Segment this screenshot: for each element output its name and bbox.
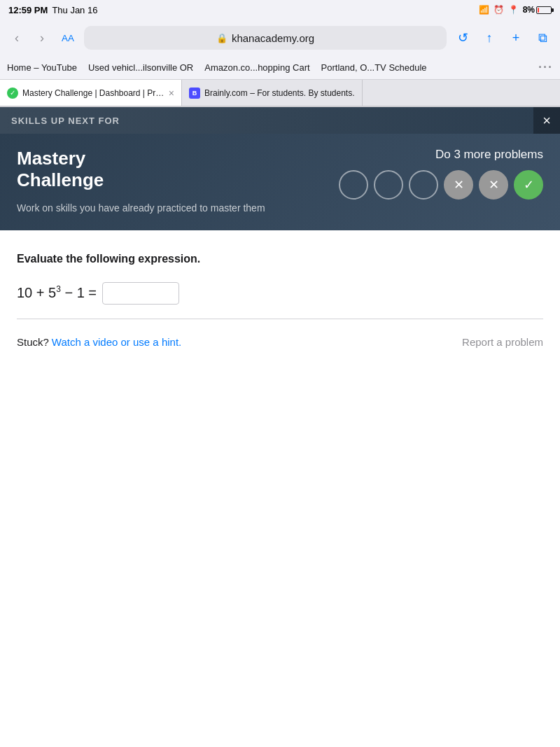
hint-row: Stuck? Watch a video or use a hint. Repo… — [17, 333, 543, 351]
hint-link[interactable]: Watch a video or use a hint. — [52, 336, 181, 348]
alarm-icon: ⏰ — [493, 5, 504, 15]
tabs-bar: ✓ Mastery Challenge | Dashboard | Pre-al… — [0, 80, 560, 106]
progress-circle-2 — [374, 170, 403, 200]
bookmark-portland[interactable]: Portland, O...TV Schedule — [321, 62, 427, 73]
tab-brainly[interactable]: B Brainly.com – For students. By student… — [182, 80, 363, 106]
bookmark-home-youtube[interactable]: Home – YouTube — [7, 62, 77, 73]
add-tab-button[interactable]: + — [505, 27, 526, 48]
wifi-icon: 📶 — [479, 5, 489, 15]
browser-chrome: ‹ › AA 🔒 khanacademy.org ↺ ↑ + ⧉ Home – … — [0, 20, 560, 107]
status-icons: 📶 ⏰ 📍 8% — [479, 5, 552, 15]
tab-title-brainly: Brainly.com – For students. By students. — [204, 88, 355, 98]
tab-favicon-brainly: B — [189, 88, 200, 99]
math-expression: 10 + 53 − 1 = — [17, 282, 543, 305]
status-bar: 12:59 PM Thu Jan 16 📶 ⏰ 📍 8% — [0, 0, 560, 20]
battery-percent: 8% — [523, 5, 535, 15]
brainly-favicon-icon: B — [189, 88, 200, 99]
stuck-label: Stuck? — [17, 336, 49, 348]
bookmark-amazon[interactable]: Amazon.co...hopping Cart — [204, 62, 309, 73]
progress-circle-3 — [409, 170, 438, 200]
back-button[interactable]: ‹ — [7, 28, 27, 48]
url-text: khanacademy.org — [232, 32, 314, 44]
address-bar[interactable]: 🔒 khanacademy.org — [84, 26, 447, 50]
mastery-challenge-header: MasteryChallenge Work on skills you have… — [0, 134, 560, 230]
progress-circle-5: ✕ — [479, 170, 508, 200]
battery-bar — [536, 6, 552, 14]
location-icon: 📍 — [508, 5, 519, 15]
question-instruction: Evaluate the following expression. — [17, 253, 543, 265]
do-more-label: Do 3 more problems — [435, 148, 543, 162]
math-answer-input[interactable] — [102, 282, 179, 305]
reload-button[interactable]: ↺ — [452, 27, 473, 48]
progress-circle-4: ✕ — [444, 170, 473, 200]
battery-fill — [538, 8, 539, 13]
status-time: 12:59 PM — [8, 5, 48, 15]
tab-favicon-khan: ✓ — [7, 88, 18, 99]
khan-favicon-icon: ✓ — [7, 88, 18, 99]
bookmark-used-vehicles[interactable]: Used vehicl...ilsonville OR — [88, 62, 193, 73]
tab-title-khan: Mastery Challenge | Dashboard | Pre-alge… — [22, 88, 164, 98]
tab-khan-academy[interactable]: ✓ Mastery Challenge | Dashboard | Pre-al… — [0, 80, 182, 106]
bookmarks-bar: Home – YouTube Used vehicl...ilsonville … — [0, 56, 560, 80]
status-date: Thu Jan 16 — [52, 5, 97, 15]
divider — [17, 319, 543, 319]
progress-circles: ✕ ✕ ✓ — [339, 170, 543, 200]
battery-indicator: 8% — [523, 5, 552, 15]
progress-circle-6: ✓ — [514, 170, 543, 200]
skills-banner-text: SKILLS UP NEXT FOR — [11, 116, 120, 126]
mastery-challenge-subtitle: Work on skills you have already practice… — [17, 202, 543, 214]
bookmarks-more-button[interactable]: ··· — [538, 60, 553, 75]
skills-banner: SKILLS UP NEXT FOR × — [0, 107, 560, 134]
forward-button[interactable]: › — [32, 28, 52, 48]
report-problem-link[interactable]: Report a problem — [462, 336, 543, 348]
lock-icon: 🔒 — [216, 33, 227, 43]
progress-circle-1 — [339, 170, 368, 200]
question-area: Evaluate the following expression. 10 + … — [0, 230, 560, 440]
banner-close-button[interactable]: × — [533, 107, 560, 134]
reader-mode-button[interactable]: AA — [57, 27, 78, 48]
share-button[interactable]: ↑ — [479, 27, 500, 48]
math-expr-base: 10 + 53 − 1 = — [17, 284, 97, 301]
browser-toolbar: ‹ › AA 🔒 khanacademy.org ↺ ↑ + ⧉ — [0, 20, 560, 56]
tab-close-khan[interactable]: × — [169, 88, 174, 99]
stuck-section: Stuck? Watch a video or use a hint. — [17, 336, 181, 348]
progress-section: Do 3 more problems ✕ ✕ ✓ — [339, 148, 543, 200]
tabs-button[interactable]: ⧉ — [532, 27, 553, 48]
